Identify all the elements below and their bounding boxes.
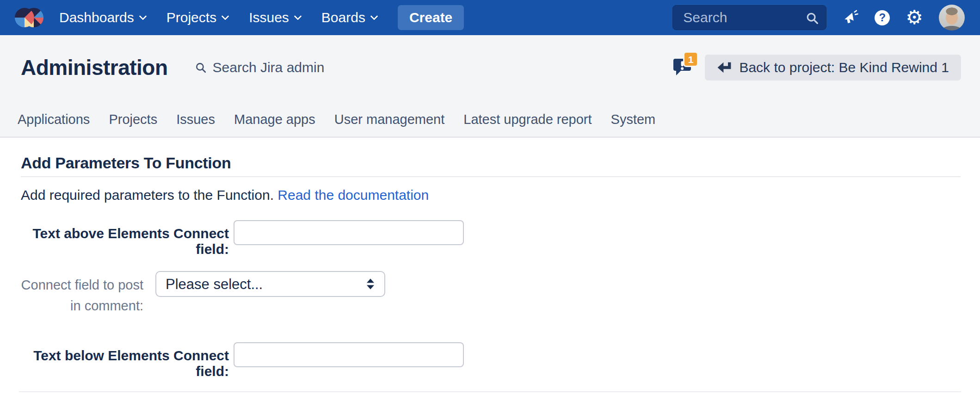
form-row-text-above: Text above Elements Connect field:: [21, 220, 961, 257]
form-control: [234, 342, 464, 367]
form-row-text-below: Text below Elements Connect field:: [21, 342, 961, 379]
chevron-down-icon: [139, 12, 147, 20]
main-content: Add Parameters To Function Add required …: [0, 138, 980, 407]
section-title: Add Parameters To Function: [21, 154, 961, 172]
navbar-search: [672, 5, 826, 30]
text-above-label: Text above Elements Connect field:: [21, 220, 229, 257]
help-icon: ?: [875, 10, 890, 25]
read-documentation-link[interactable]: Read the documentation: [277, 187, 429, 203]
megaphone-icon: [842, 9, 859, 26]
tab-projects[interactable]: Projects: [109, 111, 157, 128]
tab-user-management[interactable]: User management: [334, 111, 445, 128]
page: Dashboards Projects Issues Boards Create: [0, 0, 980, 407]
announcements-button[interactable]: [842, 9, 859, 26]
form-row-connect-field: Connect field to post in comment: Please…: [21, 271, 961, 316]
admin-header-right: 1 Back to project: Be Kind Rewind 1: [672, 55, 961, 80]
back-to-project-label: Back to project: Be Kind Rewind 1: [739, 60, 949, 75]
gear-icon: ⚙: [906, 8, 923, 27]
connect-field-label-line2: in comment:: [21, 296, 143, 316]
admin-tabs: Applications Projects Issues Manage apps…: [18, 111, 961, 128]
notification-count-badge: 1: [683, 51, 699, 67]
chevron-down-icon: [222, 12, 229, 20]
nav-item-label: Issues: [249, 10, 289, 25]
admin-search-link[interactable]: Search Jira admin: [195, 60, 325, 75]
text-above-input[interactable]: [234, 220, 464, 245]
admin-search-label: Search Jira admin: [213, 60, 325, 75]
help-glyph: ?: [879, 11, 886, 24]
app-logo-icon[interactable]: [14, 7, 44, 28]
nav-item-projects[interactable]: Projects: [166, 10, 228, 25]
tab-manage-apps[interactable]: Manage apps: [234, 111, 315, 128]
tab-latest-upgrade-report[interactable]: Latest upgrade report: [463, 111, 592, 128]
primary-nav: Dashboards Projects Issues Boards: [59, 10, 377, 25]
intro-text: Add required parameters to the Function.…: [21, 186, 961, 204]
tab-system[interactable]: System: [611, 111, 656, 128]
form-control: Please select...: [155, 271, 385, 297]
navbar-search-input[interactable]: [672, 5, 826, 30]
form-control: [234, 220, 464, 245]
search-icon[interactable]: [805, 11, 819, 25]
notifications-button[interactable]: 1: [672, 57, 694, 78]
chevron-down-icon: [370, 12, 378, 20]
admin-header: Administration Search Jira admin 1: [0, 35, 980, 138]
navbar-right-cluster: ? ⚙: [672, 5, 965, 31]
section-header: Add Parameters To Function: [21, 154, 961, 177]
tab-issues[interactable]: Issues: [176, 111, 215, 128]
nav-item-boards[interactable]: Boards: [321, 10, 377, 25]
text-below-label: Text below Elements Connect field:: [21, 342, 229, 379]
connect-field-label-line1: Connect field to post: [21, 275, 143, 296]
nav-item-issues[interactable]: Issues: [249, 10, 301, 25]
return-arrow-icon: [717, 62, 732, 74]
connect-field-label: Connect field to post in comment:: [21, 271, 143, 316]
page-title: Administration: [21, 55, 168, 80]
parameters-form: Text above Elements Connect field: Conne…: [21, 220, 961, 379]
user-avatar[interactable]: [939, 5, 965, 31]
create-button[interactable]: Create: [398, 5, 464, 30]
tab-applications[interactable]: Applications: [18, 111, 90, 128]
chevron-down-icon: [294, 12, 302, 20]
nav-item-dashboards[interactable]: Dashboards: [59, 10, 146, 25]
help-button[interactable]: ?: [875, 10, 890, 25]
nav-item-label: Dashboards: [59, 10, 134, 25]
top-navbar: Dashboards Projects Issues Boards Create: [0, 0, 980, 35]
back-to-project-button[interactable]: Back to project: Be Kind Rewind 1: [705, 55, 961, 80]
connect-field-select[interactable]: Please select...: [155, 271, 385, 297]
intro-sentence: Add required parameters to the Function.: [21, 187, 274, 203]
nav-item-label: Boards: [321, 10, 365, 25]
text-below-input[interactable]: [234, 342, 464, 367]
search-icon: [195, 62, 207, 74]
nav-item-label: Projects: [166, 10, 216, 25]
settings-button[interactable]: ⚙: [906, 8, 923, 27]
admin-title-row: Administration Search Jira admin 1: [21, 55, 961, 80]
form-divider: [19, 391, 961, 392]
